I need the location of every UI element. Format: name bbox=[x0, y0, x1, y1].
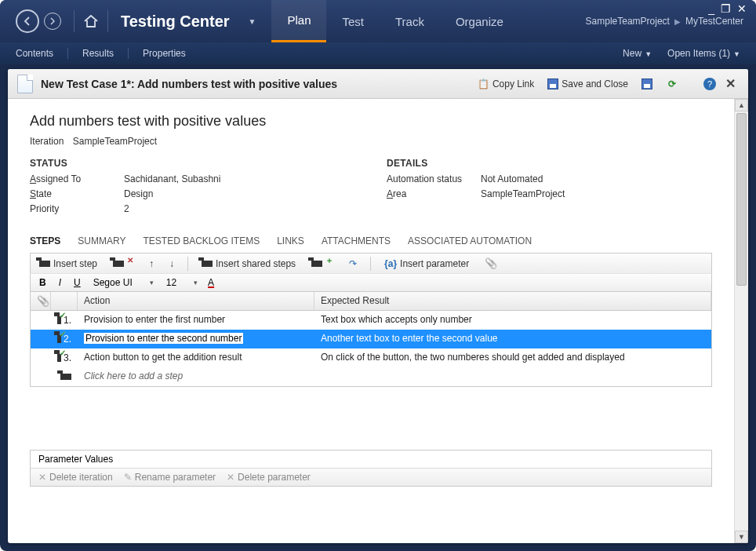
breadcrumb-center[interactable]: MyTestCenter bbox=[685, 16, 743, 27]
divider bbox=[74, 10, 75, 32]
insert-parameter-button[interactable]: {a}Insert parameter bbox=[382, 257, 471, 271]
iteration-value[interactable]: SampleTeamProject bbox=[73, 136, 157, 147]
delete-iteration-button[interactable]: ✕Delete iteration bbox=[38, 472, 113, 483]
add-step-row[interactable]: Click here to add a step bbox=[31, 367, 711, 386]
delete-step-button[interactable]: ✕ bbox=[111, 257, 136, 269]
area-value[interactable]: SampleTeamProject bbox=[481, 188, 565, 199]
window-maximize-button[interactable]: ❐ bbox=[721, 5, 731, 13]
scroll-thumb[interactable] bbox=[736, 113, 747, 286]
vertical-scrollbar[interactable]: ▲ ▼ bbox=[734, 99, 748, 543]
column-expected: Expected Result bbox=[314, 292, 711, 310]
rename-parameter-button[interactable]: ✎Rename parameter bbox=[124, 472, 216, 483]
font-color-button[interactable]: A bbox=[208, 277, 214, 288]
create-shared-step-button[interactable]: ＋ bbox=[309, 257, 336, 271]
divider bbox=[67, 48, 68, 59]
ribbon-tab-organize[interactable]: Organize bbox=[440, 0, 519, 42]
iteration-row: Iteration SampleTeamProject bbox=[30, 136, 712, 147]
divider bbox=[128, 48, 129, 59]
tab-summary[interactable]: SUMMARY bbox=[78, 232, 125, 250]
divider bbox=[370, 257, 371, 271]
priority-value[interactable]: 2 bbox=[124, 203, 129, 214]
details-heading: DETAILS bbox=[387, 158, 712, 169]
nav-back-button[interactable] bbox=[16, 9, 39, 33]
automation-status-value[interactable]: Not Automated bbox=[481, 173, 543, 184]
delete-parameter-icon: ✕ bbox=[227, 472, 234, 483]
redo-button[interactable] bbox=[347, 257, 359, 271]
step-action-cell[interactable]: Provision to enter the second number bbox=[78, 330, 314, 348]
format-bar: B I U Segoe UI▾ 12▾ A bbox=[30, 273, 712, 291]
new-dropdown[interactable]: New▼ bbox=[623, 48, 652, 59]
font-family-dropdown[interactable]: Segoe UI▾ bbox=[91, 276, 156, 289]
refresh-button[interactable]: ⟳ bbox=[663, 76, 681, 92]
paperclip-icon bbox=[37, 296, 49, 307]
step-action-cell[interactable]: Action button to get the addition result bbox=[78, 348, 314, 367]
ribbon-tab-plan[interactable]: Plan bbox=[271, 0, 326, 42]
nav-contents[interactable]: Contents bbox=[16, 48, 53, 59]
open-items-dropdown[interactable]: Open Items (1)▼ bbox=[667, 48, 740, 59]
app-title-dropdown-icon[interactable]: ▼ bbox=[249, 17, 256, 26]
add-step-placeholder[interactable]: Click here to add a step bbox=[78, 367, 314, 386]
step-expected-cell[interactable]: Another text box to enter the second val… bbox=[314, 330, 711, 348]
paperclip-icon bbox=[485, 257, 497, 269]
tab-backlog[interactable]: TESTED BACKLOG ITEMS bbox=[143, 232, 260, 250]
ribbon-tab-test[interactable]: Test bbox=[326, 0, 380, 42]
font-size-dropdown[interactable]: 12▾ bbox=[164, 276, 200, 289]
step-row[interactable]: 3. Action button to get the addition res… bbox=[31, 348, 711, 367]
step-type-icon bbox=[57, 335, 61, 343]
scroll-down-button[interactable]: ▼ bbox=[735, 531, 748, 543]
scroll-up-button[interactable]: ▲ bbox=[735, 99, 748, 111]
panel-close-button[interactable]: ✕ bbox=[722, 76, 739, 91]
state-value[interactable]: Design bbox=[124, 188, 153, 199]
save-and-close-button[interactable]: Save and Close bbox=[543, 76, 631, 92]
iteration-label: Iteration bbox=[30, 136, 64, 147]
step-expected-cell[interactable]: On click of the button, the two numberes… bbox=[314, 348, 711, 367]
help-button[interactable]: ? bbox=[703, 78, 716, 90]
panel-actions: 📋 Copy Link Save and Close ⟳ ? ✕ bbox=[474, 76, 739, 92]
tab-automation[interactable]: ASSOCIATED AUTOMATION bbox=[408, 232, 532, 250]
area-label: Area bbox=[387, 188, 481, 199]
content-panel: New Test Case 1*: Add numbers test with … bbox=[8, 69, 748, 543]
insert-shared-steps-button[interactable]: Insert shared steps bbox=[199, 257, 298, 271]
insert-step-button[interactable]: Insert step bbox=[37, 257, 100, 271]
steps-toolbar: Insert step ✕ Insert shared steps ＋ {a}I… bbox=[30, 253, 712, 273]
copy-link-icon: 📋 bbox=[478, 78, 490, 90]
step-expected-cell[interactable]: Text box which accepts only number bbox=[314, 311, 711, 330]
app-title: Testing Center bbox=[121, 13, 230, 31]
bold-button[interactable]: B bbox=[37, 277, 49, 288]
step-action-cell[interactable]: Provision to enter the first number bbox=[78, 311, 314, 330]
save-button[interactable] bbox=[638, 76, 656, 92]
underline-button[interactable]: U bbox=[71, 277, 83, 288]
step-row[interactable]: 1. Provision to enter the first number T… bbox=[31, 311, 711, 330]
breadcrumb-project[interactable]: SampleTeamProject bbox=[586, 16, 670, 27]
nav-results[interactable]: Results bbox=[82, 48, 114, 59]
step-row-selected[interactable]: 2. Provision to enter the second number … bbox=[31, 330, 711, 348]
arrow-down-icon bbox=[169, 258, 174, 269]
window-minimize-button[interactable]: _ bbox=[708, 5, 714, 13]
move-up-button[interactable] bbox=[147, 257, 156, 271]
automation-status-label: Automation status bbox=[387, 173, 481, 184]
nav-forward-button[interactable] bbox=[44, 13, 61, 30]
details-column: DETAILS Automation statusNot Automated A… bbox=[387, 158, 712, 218]
tab-links[interactable]: LINKS bbox=[277, 232, 304, 250]
divider bbox=[187, 257, 188, 271]
home-icon[interactable] bbox=[82, 13, 100, 30]
add-attachment-button[interactable] bbox=[482, 256, 500, 271]
move-down-button[interactable] bbox=[167, 257, 176, 271]
delete-parameter-button[interactable]: ✕Delete parameter bbox=[227, 472, 311, 483]
step-type-icon bbox=[57, 354, 61, 362]
window-controls: _ ❐ ✕ bbox=[708, 5, 747, 13]
italic-button[interactable]: I bbox=[56, 277, 64, 288]
breadcrumb: SampleTeamProject ▶ MyTestCenter bbox=[586, 16, 743, 27]
nav-properties[interactable]: Properties bbox=[143, 48, 186, 59]
assigned-to-value[interactable]: Sachidanant, Subashni bbox=[124, 173, 220, 184]
arrow-up-icon bbox=[149, 258, 154, 269]
ribbon: Testing Center ▼ Plan Test Track Organiz… bbox=[0, 0, 756, 42]
assigned-to-label: Assigned To bbox=[30, 173, 124, 184]
document-icon bbox=[17, 75, 33, 93]
copy-link-button[interactable]: 📋 Copy Link bbox=[474, 76, 537, 92]
meta-columns: STATUS Assigned ToSachidanant, Subashni … bbox=[30, 158, 712, 218]
tab-attachments[interactable]: ATTACHMENTS bbox=[322, 232, 391, 250]
tab-steps[interactable]: STEPS bbox=[30, 232, 60, 250]
window-close-button[interactable]: ✕ bbox=[737, 5, 747, 13]
ribbon-tab-track[interactable]: Track bbox=[380, 0, 440, 42]
